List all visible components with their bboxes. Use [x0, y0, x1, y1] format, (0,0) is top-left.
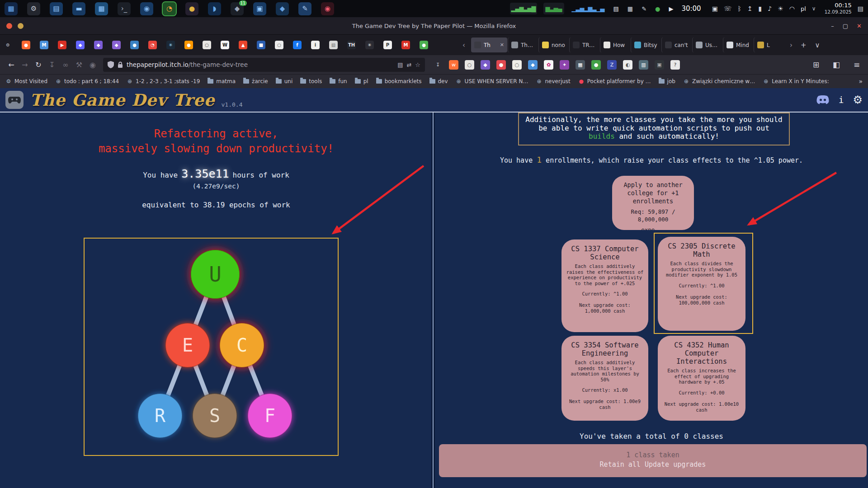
system-settings-icon[interactable]: ⚙ [27, 2, 40, 15]
firefox-icon[interactable]: ◔ [163, 2, 176, 15]
node-r[interactable]: R [138, 394, 182, 438]
bookmark-item[interactable]: ●Pocket platformer by … [578, 78, 651, 84]
back-button[interactable]: ← [5, 58, 18, 71]
extension-icon[interactable]: ▣ [655, 60, 664, 70]
tab-can-t[interactable]: can't [662, 38, 692, 52]
tab-trac[interactable]: TRAC [570, 38, 599, 52]
pinned-tab-favicon[interactable]: ● [184, 41, 193, 49]
file-manager-icon[interactable]: ▤ [50, 2, 63, 15]
bookmark-item[interactable]: ⊕USE WHEN SERVER N… [456, 78, 528, 84]
play-icon[interactable]: ▶ [667, 3, 674, 14]
node-s[interactable]: S [193, 394, 237, 438]
book-icon[interactable]: ▤ [612, 3, 620, 14]
thunderbird-icon[interactable]: ◗ [208, 2, 221, 15]
wifi-icon[interactable]: ◠ [789, 5, 795, 12]
bookmark-item[interactable]: bookmarklets [376, 78, 422, 84]
notifications-tray-icon[interactable]: ▤ [858, 5, 863, 12]
tab-ustaw[interactable]: Ustaw [693, 38, 722, 52]
pinned-tab-favicon[interactable]: M [40, 41, 48, 49]
clock[interactable]: 00:15 12.09.2025 [825, 2, 852, 15]
extension-icon[interactable]: ↧ [433, 60, 443, 70]
tab-l[interactable]: L [754, 38, 784, 52]
extension-icon[interactable]: ◆ [481, 60, 490, 70]
cube-app-icon[interactable]: ◆ [276, 2, 289, 15]
workspaces-icon[interactable]: ▦ [95, 2, 108, 15]
chat-app-icon[interactable]: ◆11 [231, 2, 244, 15]
pinned-tab-favicon[interactable]: ▶ [58, 41, 66, 49]
pinned-tab-favicon[interactable]: ◆ [112, 41, 121, 49]
pinned-settings-favicon[interactable]: ⚙ [4, 41, 12, 49]
bookmark-item[interactable]: ⚙Most Visited [5, 78, 47, 84]
tab-the-g[interactable]: The G [508, 38, 538, 52]
close-icon[interactable]: ✕ [857, 23, 862, 29]
terminal-icon[interactable]: ›_ [118, 2, 131, 15]
extension-icon[interactable]: ✿ [544, 60, 553, 70]
pinned-tab-favicon[interactable]: ◆ [76, 41, 85, 49]
extension-icon[interactable]: ◆ [528, 60, 538, 70]
info-button[interactable]: i [839, 95, 844, 105]
pinned-tab-favicon[interactable]: P [383, 41, 392, 49]
bluetooth-icon[interactable]: ᛒ [737, 5, 741, 12]
address-bar[interactable]: thepaperpilot.itch.io/the-game-dev-tree … [103, 58, 425, 72]
pinned-tab-favicon[interactable]: ▲ [239, 41, 247, 49]
bookmark-item[interactable]: fun [330, 78, 347, 84]
panel-grid-icon[interactable]: ▦ [626, 3, 634, 14]
pinned-tab-favicon[interactable]: ▧ [329, 41, 338, 49]
sidebar-toggle-icon[interactable]: ◧ [830, 58, 843, 71]
bookmark-item[interactable]: uni [276, 78, 293, 84]
reload-button[interactable]: ↻ [32, 58, 45, 71]
audio-waveform-widget[interactable]: ▁▃▅▂▆▃▁▄ [571, 3, 606, 14]
bookmark-item[interactable]: tools [300, 78, 322, 84]
bookmarks-overflow-icon[interactable]: » [859, 78, 863, 85]
apply-college-button[interactable]: Apply to another college for +1 enrollme… [612, 176, 694, 230]
link-tool-icon[interactable]: ∞ [59, 58, 72, 71]
titlebar-dot-yellow[interactable] [18, 23, 24, 29]
pinned-tab-favicon[interactable]: f [293, 41, 302, 49]
pinned-tab-favicon[interactable]: ■ [257, 41, 265, 49]
settings-gear-icon[interactable]: ⚙ [853, 94, 863, 106]
extension-icon[interactable]: w [449, 60, 458, 70]
tab-how[interactable]: How [600, 38, 630, 52]
pinned-tab-favicon[interactable]: ● [130, 41, 139, 49]
cpu-graph-widget[interactable]: ▂▄▆▃▅▇ [510, 3, 537, 14]
tab-nono[interactable]: nono [539, 38, 569, 52]
tab-mind[interactable]: Mind [723, 38, 753, 52]
notes-app-icon[interactable]: ✎ [298, 2, 311, 15]
tools-icon[interactable]: ⚒ [72, 58, 86, 71]
media-app-icon[interactable]: ◉ [321, 2, 334, 15]
memory-graph-widget[interactable]: ▆▃▅▄ [543, 3, 564, 14]
pinned-tab-favicon[interactable]: ○ [203, 41, 211, 49]
minimize-icon[interactable]: – [831, 23, 834, 29]
phone-link-icon[interactable]: ☏ [724, 5, 732, 12]
retain-upgrades-button[interactable]: 1 class taken Retain all Update upgrades [439, 444, 867, 477]
extension-icon[interactable]: ○ [465, 60, 474, 70]
bookmark-item[interactable]: ⊕neverjust [536, 78, 570, 84]
extension-icon[interactable]: ▥ [639, 60, 648, 70]
translate-icon[interactable]: ⇄ [406, 61, 411, 68]
tab-bitsy[interactable]: Bitsy [631, 38, 661, 52]
pinned-tab-favicon[interactable]: ● [420, 41, 428, 49]
extension-icon[interactable]: Z [607, 60, 617, 70]
lock-icon[interactable] [118, 61, 123, 68]
volume-muted-icon[interactable]: ♪ [768, 5, 772, 12]
bookmark-star-icon[interactable]: ☆ [415, 61, 420, 68]
bookmark-item[interactable]: job [659, 78, 675, 84]
panel-divider[interactable] [433, 113, 434, 488]
clipboard-icon[interactable]: ▣ [712, 5, 718, 12]
extension-icon[interactable]: ▦ [576, 60, 585, 70]
reader-mode-icon[interactable]: ▤ [397, 61, 403, 68]
bookmark-item[interactable]: pl [355, 78, 368, 84]
app-launcher-icon[interactable]: ▦ [5, 2, 18, 15]
network-app-icon[interactable]: ◉ [140, 2, 153, 15]
record-indicator-icon[interactable]: ● [654, 3, 661, 14]
class-card-cs-4352[interactable]: CS 4352 Human Computer Interactions Each… [658, 336, 745, 421]
url-text[interactable]: thepaperpilot.itch.io/the-game-dev-tree [127, 61, 248, 68]
titlebar-dot-red[interactable] [6, 23, 12, 29]
scroll-tabs-right-icon[interactable]: › [788, 41, 794, 49]
extension-icon[interactable]: ● [591, 60, 601, 70]
pinned-tab-favicon[interactable]: ◔ [148, 41, 157, 49]
extension-icon[interactable]: ? [670, 60, 680, 70]
apps-grid-icon[interactable]: ⊞ [809, 58, 823, 71]
scroll-tabs-left-icon[interactable]: ‹ [461, 41, 467, 49]
brightness-icon[interactable]: ☀ [778, 5, 783, 12]
